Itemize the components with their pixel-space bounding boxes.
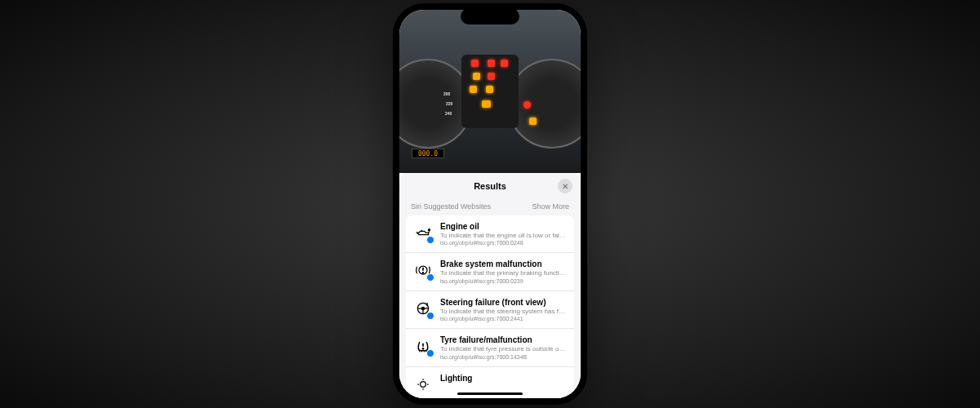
abs-warning-icon	[486, 86, 493, 93]
result-description: To indicate that the engine oil is low o…	[440, 232, 566, 240]
safari-badge-icon	[426, 312, 434, 320]
oil-warning-icon	[501, 60, 508, 67]
tpms-warning-icon	[470, 86, 477, 93]
gear-warning-icon	[482, 100, 491, 108]
safari-badge-icon	[426, 273, 434, 282]
odometer-display: 000.0	[412, 149, 444, 158]
result-url: iso.org/obp/ui#iso:grs:7000:2441	[440, 316, 566, 322]
engine-oil-icon	[414, 224, 432, 242]
results-list: Engine oil To indicate that the engine o…	[406, 215, 574, 398]
svg-point-4	[421, 307, 424, 309]
result-item-brake[interactable]: Brake system malfunction To indicate tha…	[406, 253, 574, 290]
tick-label: 200	[443, 91, 450, 96]
result-text: Engine oil To indicate that the engine o…	[440, 222, 566, 246]
section-header: Siri Suggested Websites Show More	[399, 197, 581, 215]
screen: 200 220 240 000.0 Results	[399, 10, 581, 398]
dashboard-photo: 200 220 240 000.0	[399, 10, 581, 173]
result-item-steering[interactable]: Steering failure (front view) To indicat…	[406, 291, 574, 329]
close-icon: ✕	[562, 182, 568, 191]
result-title: Steering failure (front view)	[440, 298, 566, 307]
battery-warning-icon	[471, 60, 479, 67]
dynamic-island	[461, 8, 519, 24]
brake-warning-icon	[488, 73, 495, 80]
result-url: iso.org/obp/ui#iso:grs:7000:1434B	[440, 354, 566, 360]
brake-malfunction-icon	[414, 261, 432, 279]
safari-badge-icon	[426, 236, 434, 244]
tick-label: 240	[445, 111, 452, 116]
steering-failure-icon	[414, 299, 432, 317]
result-text: Brake system malfunction To indicate tha…	[440, 259, 566, 283]
lighting-icon	[414, 375, 432, 393]
safari-badge-icon	[426, 349, 434, 357]
svg-point-6	[421, 381, 426, 387]
result-text: Steering failure (front view) To indicat…	[440, 298, 566, 322]
results-sheet: Results ✕ Siri Suggested Websites Show M…	[399, 173, 581, 398]
result-title: Tyre failure/malfunction	[440, 335, 566, 344]
result-text: Tyre failure/malfunction To indicate tha…	[440, 335, 566, 359]
sheet-title: Results	[474, 181, 506, 191]
section-label: Siri Suggested Websites	[411, 202, 491, 211]
home-indicator[interactable]	[457, 392, 523, 395]
tick-label: 220	[446, 101, 452, 106]
temp-warning-icon	[488, 60, 495, 67]
close-button[interactable]: ✕	[558, 179, 572, 193]
result-description: To indicate that the primary braking fun…	[440, 269, 566, 277]
svg-point-5	[422, 348, 423, 349]
result-item-tyre[interactable]: Tyre failure/malfunction To indicate tha…	[406, 329, 574, 366]
svg-point-2	[422, 273, 423, 273]
result-item-engine-oil[interactable]: Engine oil To indicate that the engine o…	[406, 215, 574, 253]
result-text: Lighting	[440, 374, 566, 384]
result-url: iso.org/obp/ui#iso:grs:7000:0248	[440, 240, 566, 246]
show-more-button[interactable]: Show More	[532, 202, 569, 211]
center-warning-cluster	[461, 55, 519, 128]
svg-point-0	[429, 229, 430, 231]
result-url: iso.org/obp/ui#iso:grs:7000:0239	[440, 278, 566, 284]
iphone-frame: 200 220 240 000.0 Results	[393, 3, 587, 405]
tyre-failure-icon	[414, 337, 432, 355]
warning-light-icon	[529, 118, 537, 125]
result-description: To indicate that tyre pressure is outsid…	[440, 345, 566, 353]
result-title: Lighting	[440, 374, 566, 383]
result-description: To indicate that the steering system has…	[440, 308, 566, 316]
sheet-header: Results ✕	[399, 173, 581, 197]
result-title: Engine oil	[440, 222, 566, 231]
warning-light-icon	[523, 101, 531, 109]
result-title: Brake system malfunction	[440, 259, 566, 268]
engine-warning-icon	[473, 73, 480, 80]
